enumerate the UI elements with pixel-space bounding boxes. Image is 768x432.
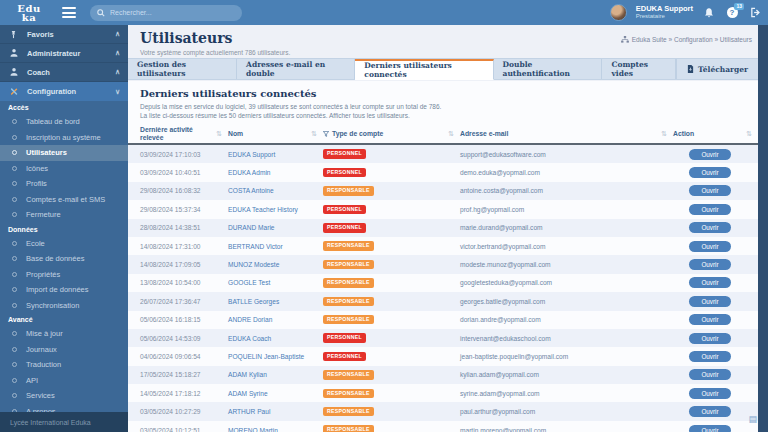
open-button[interactable]: Ouvrir	[689, 222, 731, 233]
sidebar-item-favoris[interactable]: Favoris	[0, 25, 128, 44]
download-button[interactable]: Télécharger	[676, 59, 758, 79]
open-button[interactable]: Ouvrir	[689, 204, 731, 215]
logout-icon[interactable]	[748, 6, 762, 20]
keyboard-widget-icon[interactable]: ▤	[748, 415, 757, 424]
open-button[interactable]: Ouvrir	[689, 369, 731, 380]
cell-account-type: PERSONNEL	[323, 223, 460, 233]
sort-icon[interactable]	[448, 130, 460, 138]
sidebar-item[interactable]: Services	[0, 388, 128, 404]
cell-email: martin.moreno@yopmail.com	[460, 427, 673, 432]
tab[interactable]: Adresses e-mail en double	[237, 59, 355, 79]
cell-name: ANDRE Dorian	[228, 316, 323, 323]
sidebar-item-label: Propriétés	[26, 270, 60, 279]
sidebar-item-label: Profils	[26, 179, 47, 188]
search-input[interactable]	[110, 9, 220, 16]
sort-icon[interactable]	[311, 130, 323, 138]
sidebar-item[interactable]: Ecole	[0, 236, 128, 252]
open-button[interactable]: Ouvrir	[689, 241, 731, 252]
sidebar-item[interactable]: API	[0, 373, 128, 389]
cell-action: Ouvrir	[673, 204, 758, 215]
cell-name: MUNOZ Modeste	[228, 261, 323, 268]
sidebar-item[interactable]: Profils	[0, 176, 128, 192]
sidebar-item[interactable]: Synchronisation	[0, 298, 128, 314]
help-icon[interactable]: ? 13	[725, 6, 739, 20]
eduka-logo[interactable]: Edu ka	[0, 4, 58, 22]
open-button[interactable]: Ouvrir	[689, 259, 731, 270]
sidebar-item-label: Services	[26, 391, 55, 400]
sidebar-item[interactable]: Inscription au système	[0, 130, 128, 146]
cell-action: Ouvrir	[673, 241, 758, 252]
sidebar-item[interactable]: Comptes e-mail et SMS	[0, 192, 128, 208]
sidebar-item[interactable]: Tableau de bord	[0, 114, 128, 130]
open-button[interactable]: Ouvrir	[689, 406, 731, 417]
cell-action: Ouvrir	[673, 388, 758, 399]
chevron-up-icon	[115, 30, 120, 38]
filter-funnel-icon[interactable]	[323, 131, 329, 137]
open-button[interactable]: Ouvrir	[689, 296, 731, 307]
open-button[interactable]: Ouvrir	[689, 277, 731, 288]
sidebar-item-coach[interactable]: Coach	[0, 63, 128, 82]
open-button[interactable]: Ouvrir	[689, 149, 731, 160]
account-type-badge: RESPONSABLE	[323, 186, 374, 196]
description-line2: La liste ci-dessous résume les 50 dernie…	[140, 112, 328, 119]
cell-action: Ouvrir	[673, 296, 758, 307]
radio-circle-icon	[12, 331, 17, 336]
table-row: 29/08/2024 16:08:32 COSTA Antoine RESPON…	[128, 182, 758, 200]
tab-panel: Derniers utilisateurs connectés Depuis l…	[128, 81, 758, 432]
sidebar-item[interactable]: Mise à jour	[0, 326, 128, 342]
account-type-badge: RESPONSABLE	[323, 425, 374, 432]
tab[interactable]: Double authentification	[494, 59, 603, 79]
chevron-up-icon	[115, 68, 120, 76]
sort-icon[interactable]	[746, 130, 758, 138]
open-button[interactable]: Ouvrir	[689, 351, 731, 362]
sidebar-item[interactable]: Journaux	[0, 342, 128, 358]
cell-last-activity: 17/05/2024 15:18:27	[140, 371, 228, 378]
right-edge-panel[interactable]	[758, 25, 768, 432]
global-search[interactable]	[90, 5, 242, 21]
tab-label: Gestion des utilisateurs	[137, 60, 227, 78]
user-avatar[interactable]	[610, 4, 627, 21]
sidebar-item[interactable]: Propriétés	[0, 267, 128, 283]
breadcrumb[interactable]: Eduka Suite » Configuration » Utilisateu…	[621, 36, 752, 43]
sidebar-item[interactable]: Import de données	[0, 282, 128, 298]
sidebar-item[interactable]: Icônes	[0, 161, 128, 177]
radio-circle-icon	[12, 256, 17, 261]
sidebar-item[interactable]: A propos	[0, 404, 128, 413]
tab-label: Double authentification	[503, 60, 593, 78]
table-body: 03/09/2024 17:10:03 EDUKA Support PERSON…	[128, 145, 758, 432]
cell-action: Ouvrir	[673, 369, 758, 380]
tab[interactable]: Derniers utilisateurs connectés	[355, 59, 493, 80]
open-button[interactable]: Ouvrir	[689, 388, 731, 399]
user-identity[interactable]: EDUKA Support Prestataire	[636, 5, 693, 20]
sidebar-item-configuration[interactable]: Configuration	[0, 82, 128, 101]
cell-name: ARTHUR Paul	[228, 408, 323, 415]
menu-hamburger-icon[interactable]	[62, 7, 76, 18]
sidebar-item-label: Import de données	[26, 285, 89, 294]
sidebar-item[interactable]: Traduction	[0, 357, 128, 373]
account-type-badge: RESPONSABLE	[323, 407, 374, 417]
section-description: Depuis la mise en service du logiciel, 3…	[140, 102, 758, 120]
column-header-action: Action	[673, 130, 758, 138]
tab[interactable]: Comptes vides	[602, 59, 676, 79]
open-button[interactable]: Ouvrir	[689, 314, 731, 325]
table-row: 05/06/2024 16:18:15 ANDRE Dorian RESPONS…	[128, 311, 758, 329]
open-button[interactable]: Ouvrir	[689, 425, 731, 432]
sidebar-item-label: Mise à jour	[26, 329, 63, 338]
sidebar-item-administrateur[interactable]: Administrateur	[0, 44, 128, 63]
cell-name: MORENO Martin	[228, 427, 323, 432]
show-all-users-link[interactable]: Afficher tous les utilisateurs.	[329, 112, 410, 119]
open-button[interactable]: Ouvrir	[689, 167, 731, 178]
sort-icon[interactable]	[216, 130, 228, 138]
open-button[interactable]: Ouvrir	[689, 333, 731, 344]
table-row: 14/08/2024 17:31:00 BERTRAND Victor RESP…	[128, 237, 758, 255]
sidebar-item[interactable]: Fermeture	[0, 207, 128, 223]
tab[interactable]: Gestion des utilisateurs	[128, 59, 237, 79]
sidebar-item-label: Icônes	[26, 164, 48, 173]
open-button[interactable]: Ouvrir	[689, 185, 731, 196]
notifications-bell-icon[interactable]	[702, 6, 716, 20]
cell-last-activity: 03/09/2024 17:10:03	[140, 151, 228, 158]
sidebar-item[interactable]: Utilisateurs	[0, 145, 128, 161]
table-row: 17/05/2024 15:18:27 ADAM Kylian RESPONSA…	[128, 366, 758, 384]
sort-icon[interactable]	[661, 130, 673, 138]
sidebar-item[interactable]: Base de données	[0, 251, 128, 267]
